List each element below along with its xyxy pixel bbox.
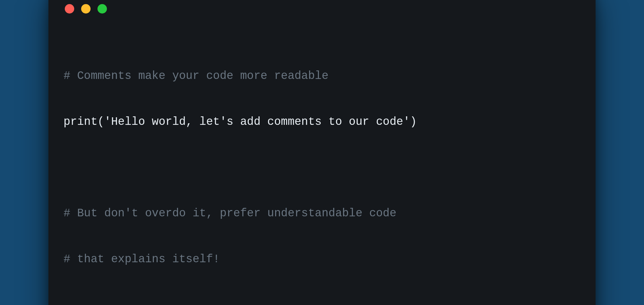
code-line-blank: [64, 160, 580, 176]
zoom-icon[interactable]: [97, 4, 107, 14]
code-editor: # Comments make your code more readable …: [64, 38, 580, 298]
code-line-comment: # Comments make your code more readable: [64, 69, 580, 84]
code-line-code: print('Hello world, let's add comments t…: [64, 114, 580, 130]
code-line-comment: # But don't overdo it, prefer understand…: [64, 206, 580, 221]
window-titlebar: [64, 2, 580, 14]
minimize-icon[interactable]: [81, 4, 91, 14]
code-line-comment: # that explains itself!: [64, 252, 580, 267]
code-window: # Comments make your code more readable …: [48, 0, 596, 305]
close-icon[interactable]: [65, 4, 74, 14]
app-stage: # Comments make your code more readable …: [0, 0, 644, 305]
